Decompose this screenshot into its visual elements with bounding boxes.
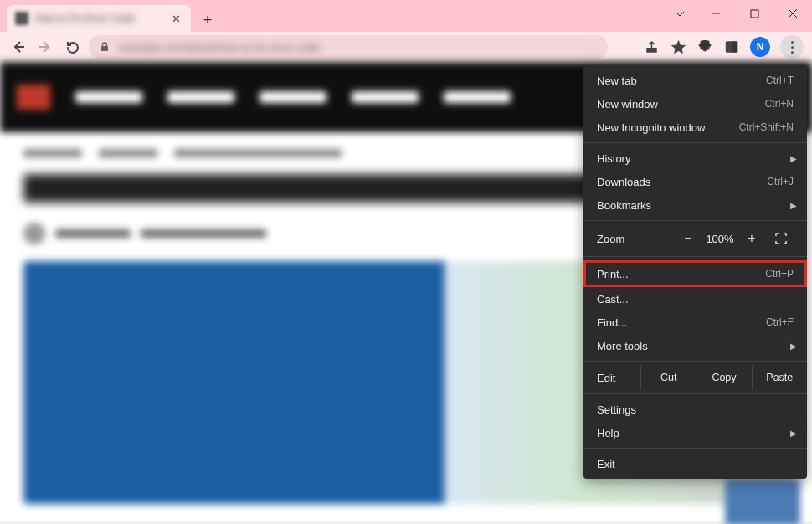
submenu-arrow-icon: ▶ (790, 154, 797, 163)
menu-edit-row: Edit Cut Copy Paste (583, 365, 807, 390)
back-button[interactable] (8, 37, 28, 57)
forward-button[interactable] (35, 37, 55, 57)
svg-rect-1 (751, 10, 758, 18)
chrome-menu-button[interactable] (780, 35, 804, 59)
browser-tab[interactable]: How to Fix Error Code ✕ (7, 5, 191, 32)
menu-print[interactable]: Print... Ctrl+P (583, 260, 807, 287)
menu-help[interactable]: Help ▶ (583, 421, 807, 444)
reload-button[interactable] (62, 37, 82, 57)
fullscreen-icon (775, 233, 787, 244)
menu-bookmarks[interactable]: Bookmarks ▶ (583, 193, 807, 217)
submenu-arrow-icon: ▶ (790, 342, 797, 351)
tab-favicon (15, 12, 28, 25)
chrome-menu: New tab Ctrl+T New window Ctrl+N New Inc… (583, 65, 807, 479)
menu-history[interactable]: History ▶ (583, 146, 807, 170)
menu-downloads[interactable]: Downloads Ctrl+J (583, 170, 807, 193)
svg-rect-6 (101, 46, 108, 51)
menu-separator (583, 220, 807, 221)
menu-separator (583, 448, 807, 449)
window-maximize-button[interactable] (735, 0, 773, 27)
menu-more-tools[interactable]: More tools ▶ (583, 334, 807, 357)
edit-copy-button[interactable]: Copy (696, 365, 751, 390)
lock-icon (99, 41, 110, 53)
edit-paste-button[interactable]: Paste (752, 365, 807, 390)
window-minimize-button[interactable] (696, 0, 735, 27)
menu-find[interactable]: Find... Ctrl+F (583, 311, 807, 334)
window-controls (663, 0, 812, 27)
menu-separator (583, 256, 807, 257)
zoom-in-button[interactable]: + (740, 231, 763, 246)
menu-separator (583, 393, 807, 394)
menu-new-tab[interactable]: New tab Ctrl+T (583, 69, 807, 92)
tab-close-icon[interactable]: ✕ (170, 11, 182, 27)
share-icon[interactable] (643, 39, 660, 55)
tab-search-button[interactable] (663, 0, 696, 27)
menu-settings[interactable]: Settings (583, 398, 807, 421)
reading-list-icon[interactable] (723, 39, 740, 55)
menu-separator (583, 361, 807, 362)
menu-item-label: New tab (597, 74, 766, 87)
extensions-icon[interactable] (696, 39, 713, 55)
url-text: example.com/article/how-to-fix-error-cod… (119, 41, 598, 54)
bookmark-star-icon[interactable] (670, 39, 686, 55)
zoom-value: 100% (700, 233, 740, 245)
menu-incognito[interactable]: New Incognito window Ctrl+Shift+N (583, 116, 807, 139)
new-tab-button[interactable]: + (196, 8, 219, 32)
zoom-out-button[interactable]: − (676, 231, 700, 246)
toolbar: example.com/article/how-to-fix-error-cod… (0, 32, 812, 62)
menu-cast[interactable]: Cast... (583, 287, 807, 311)
menu-separator (583, 142, 807, 143)
address-bar[interactable]: example.com/article/how-to-fix-error-cod… (89, 35, 608, 59)
more-vert-icon (791, 41, 794, 54)
edit-label: Edit (583, 365, 640, 390)
tab-title: How to Fix Error Code (35, 13, 170, 24)
window-close-button[interactable] (773, 0, 812, 27)
menu-item-shortcut: Ctrl+T (766, 74, 794, 86)
svg-marker-7 (672, 41, 684, 52)
edit-cut-button[interactable]: Cut (640, 365, 696, 390)
fullscreen-button[interactable] (768, 226, 794, 251)
svg-rect-9 (732, 42, 737, 52)
submenu-arrow-icon: ▶ (790, 429, 797, 438)
profile-avatar[interactable]: N (750, 37, 770, 57)
submenu-arrow-icon: ▶ (790, 201, 797, 210)
menu-new-window[interactable]: New window Ctrl+N (583, 92, 807, 116)
menu-zoom: Zoom − 100% + (583, 224, 807, 253)
menu-exit[interactable]: Exit (583, 452, 807, 475)
zoom-label: Zoom (597, 233, 676, 245)
